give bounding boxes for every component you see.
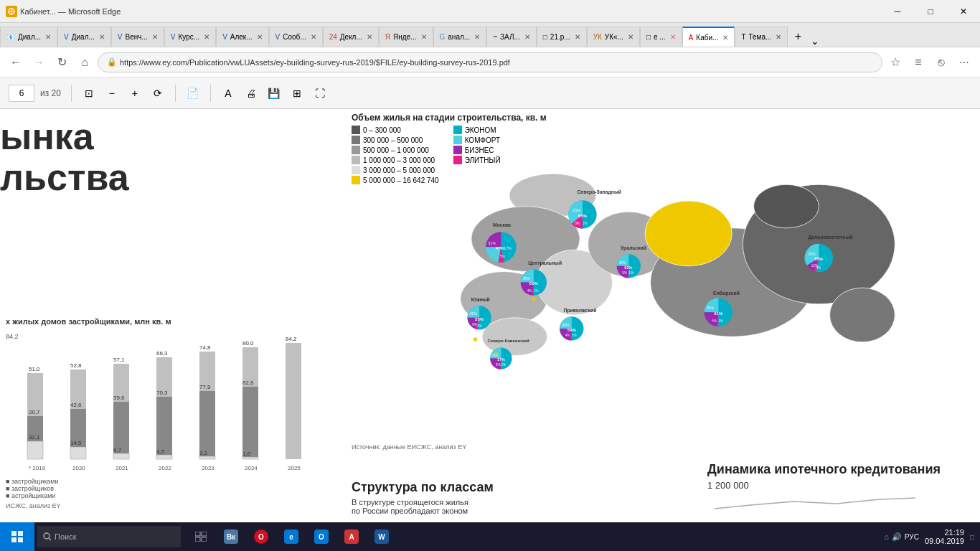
zoom-reset-button[interactable]: ⟳ <box>148 83 168 103</box>
svg-text:82,6: 82,6 <box>242 380 254 386</box>
tab-2[interactable]: V Диал... ✕ <box>57 27 111 47</box>
svg-text:29%: 29% <box>808 252 816 256</box>
taskbar-word[interactable]: W <box>367 522 396 551</box>
tab-8[interactable]: Я Янде... ✕ <box>379 27 433 47</box>
svg-text:Центральный: Центральный <box>528 260 562 266</box>
tab-9[interactable]: G анал... ✕ <box>433 27 487 47</box>
network-icon: ⌂ <box>884 532 889 541</box>
home-button[interactable]: ⌂ <box>75 52 95 72</box>
zoom-out-button[interactable]: − <box>102 83 122 103</box>
more-tools-button[interactable]: ⊞ <box>287 83 307 103</box>
forward-button[interactable]: → <box>29 52 49 72</box>
lang-indicator[interactable]: РУС <box>905 533 919 541</box>
favorites-button[interactable]: ☆ <box>885 52 905 72</box>
tab-7[interactable]: 24 Декл... ✕ <box>323 27 379 47</box>
tab-11[interactable]: □ 21.р... ✕ <box>537 27 587 47</box>
class-ekonom: ЭКОНОМ <box>453 126 501 134</box>
tab-12[interactable]: УК УК«... ✕ <box>587 27 640 47</box>
bar-2024-bot <box>242 457 258 459</box>
svg-text:32,1: 32,1 <box>29 434 40 441</box>
taskbar-edge[interactable]: e <box>277 522 306 551</box>
svg-text:42,6: 42,6 <box>70 402 82 408</box>
svg-rect-90 <box>195 532 200 536</box>
bar-chart: 84,2 51,0 20,7 32,1 * 2019 52,8 42,6 14,… <box>6 330 321 474</box>
taskbar-clock[interactable]: 21:19 09.04.2019 <box>925 528 964 545</box>
print-button[interactable]: 🖨 <box>241 83 261 103</box>
svg-text:57%: 57% <box>497 357 505 362</box>
tab-bar: 📧 Диал... ✕ V Диал... ✕ V Венч... ✕ V Ку… <box>0 23 980 47</box>
svg-text:35%: 35% <box>523 276 531 281</box>
separator-1 <box>71 85 72 102</box>
svg-text:51,0: 51,0 <box>29 366 40 372</box>
svg-text:8%: 8% <box>575 222 580 225</box>
url-input[interactable]: 🔒 https://www.ey.com/Publication/vwLUAss… <box>98 52 882 72</box>
taskbar-vk[interactable]: Вк <box>217 522 245 551</box>
star-ncaucasus: ★ <box>493 350 499 357</box>
minimize-button[interactable]: ─ <box>881 0 914 23</box>
document-button[interactable]: 📄 <box>183 83 203 103</box>
credit-title: Динамика ипотечного кредитования <box>707 462 966 477</box>
tab-4[interactable]: V Курс... ✕ <box>164 27 216 47</box>
window-controls: ─ □ ✕ <box>881 0 980 23</box>
taskbar-sys-tray: ⌂ 🔊 РУС <box>884 532 919 542</box>
taskbar-outlook[interactable]: O <box>307 522 336 551</box>
svg-rect-92 <box>195 537 200 542</box>
browser-icon <box>6 6 17 17</box>
fit-page-button[interactable]: ⊡ <box>79 83 99 103</box>
page-total: из 20 <box>40 88 61 98</box>
svg-text:4%: 4% <box>527 289 532 293</box>
svg-text:2021: 2021 <box>116 465 128 471</box>
separator-2 <box>175 85 176 102</box>
back-button[interactable]: ← <box>6 52 26 72</box>
svg-text:77,9: 77,9 <box>199 384 211 390</box>
tab-5[interactable]: V Алек... ✕ <box>216 27 268 47</box>
tab-3[interactable]: V Венч... ✕ <box>111 27 164 47</box>
region-ncaucasus-bg <box>482 318 547 356</box>
tab-6[interactable]: V Сооб... ✕ <box>269 27 323 47</box>
text-tool-button[interactable]: A <box>218 83 238 103</box>
url-text: https://www.ey.com/Publication/vwLUAsset… <box>120 58 510 67</box>
maximize-button[interactable]: □ <box>914 0 947 23</box>
svg-text:53%: 53% <box>475 317 484 321</box>
more-button[interactable]: ··· <box>954 52 974 72</box>
address-actions: ☆ ≡ ⎋ ··· <box>885 52 974 72</box>
taskview-button[interactable] <box>187 522 215 551</box>
page-number-input[interactable] <box>9 85 34 102</box>
tab-13[interactable]: □ е ... ✕ <box>640 27 682 47</box>
svg-text:4%: 4% <box>712 319 717 323</box>
bar-2023-bot <box>199 456 215 459</box>
close-button[interactable]: ✕ <box>947 0 980 23</box>
tab-15[interactable]: T Тема... ✕ <box>735 27 788 47</box>
svg-rect-86 <box>11 537 17 542</box>
bar-2025-top <box>286 343 301 459</box>
save-button[interactable]: 💾 <box>264 83 284 103</box>
taskbar-search[interactable]: Поиск <box>37 526 181 547</box>
refresh-button[interactable]: ↻ <box>52 52 72 72</box>
pdf-toolbar: из 20 ⊡ − + ⟳ 📄 A 🖨 💾 ⊞ ⛶ <box>0 77 980 109</box>
svg-text:59%: 59% <box>567 328 577 332</box>
svg-text:4%: 4% <box>816 266 821 270</box>
chart-legend: ■ застройщиками ■ застройщиков ■ астройщ… <box>6 478 336 509</box>
svg-text:1%: 1% <box>628 271 633 275</box>
share-button[interactable]: ⎋ <box>931 52 951 72</box>
tab-14[interactable]: A Каби... ✕ <box>682 27 735 47</box>
zoom-in-button[interactable]: + <box>125 83 145 103</box>
read-mode-button[interactable]: ≡ <box>908 52 928 72</box>
structure-section: Структура по классам В структуре строяще… <box>352 480 552 515</box>
taskbar-acrobat[interactable]: A <box>337 522 366 551</box>
bar-2023-mid <box>199 391 215 459</box>
bar-2024-mid <box>242 387 258 459</box>
svg-text:31%: 31% <box>488 241 496 245</box>
tab-10[interactable]: ~ ЗАЛ... ✕ <box>486 27 537 47</box>
tabs-overflow-button[interactable]: ⌄ <box>811 35 819 47</box>
pie-volga: Приволжский 59% 36% 4% 1% <box>560 308 596 340</box>
svg-text:3%: 3% <box>496 363 501 367</box>
fullscreen-button[interactable]: ⛶ <box>310 83 330 103</box>
start-button[interactable] <box>0 522 34 551</box>
tab-1[interactable]: 📧 Диал... ✕ <box>0 27 57 47</box>
taskbar-opera[interactable]: O <box>247 522 275 551</box>
show-desktop-button[interactable]: □ <box>970 533 974 541</box>
new-tab-button[interactable]: + <box>788 27 808 47</box>
pdf-content: ынка льства х жилых домов застройщиками,… <box>0 109 980 522</box>
svg-text:84,2: 84,2 <box>286 336 297 342</box>
